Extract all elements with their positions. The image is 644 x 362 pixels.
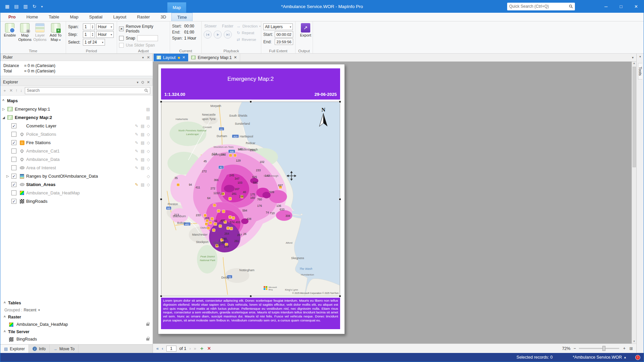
- export-button[interactable]: ↗ Export: [298, 22, 314, 38]
- tree-layer-police-stations[interactable]: Police_Stations✎▤◇: [0, 130, 153, 138]
- tree-map-row-2[interactable]: ◢Emergency Map:2▤: [0, 113, 153, 122]
- tag-icon[interactable]: ◇: [147, 166, 150, 170]
- qat-icon-2[interactable]: ▥: [23, 4, 28, 9]
- zoom-slider[interactable]: [579, 348, 619, 349]
- zoom-in-icon[interactable]: ＋: [622, 346, 627, 351]
- layers-icon[interactable]: ▤: [141, 149, 144, 154]
- tile-item-bingroads[interactable]: BingRoads: [0, 336, 153, 343]
- step-unit-select[interactable]: Hour▾: [96, 31, 114, 38]
- resize-handle[interactable]: [160, 101, 162, 103]
- ribbon-tab-3d[interactable]: 3D: [155, 13, 172, 21]
- delete-page-icon[interactable]: ✕: [207, 346, 211, 351]
- full-extent-end[interactable]: 23:59:56: [275, 39, 293, 45]
- tree-layer-ambulance-data[interactable]: Ambulance_Data✎▤◇: [0, 155, 153, 164]
- notification-badge[interactable]: !: [635, 355, 640, 360]
- pencil-icon[interactable]: ✎: [135, 124, 138, 128]
- layer-visibility-checkbox[interactable]: [11, 165, 16, 170]
- ribbon-tab-map[interactable]: Map: [64, 13, 84, 21]
- remove-empty-checkbox[interactable]: ✕: [119, 26, 124, 31]
- span-unit-select[interactable]: Hour▾: [96, 23, 114, 30]
- tree-map-row-1[interactable]: ▷Emergency Map:1▤: [0, 105, 153, 113]
- snap-row[interactable]: Snap: [119, 35, 168, 41]
- layer-visibility-checkbox[interactable]: [11, 148, 16, 154]
- resize-handle[interactable]: [339, 295, 341, 297]
- grouped-recent[interactable]: Grouped :Recent▼: [0, 307, 153, 313]
- move-down-icon[interactable]: ↓: [20, 88, 22, 93]
- minimize-button[interactable]: ─: [598, 0, 613, 13]
- workspace-status[interactable]: *Ambulance Service.WOR▲: [573, 355, 627, 360]
- resize-handle[interactable]: [250, 295, 252, 297]
- dock-tab-explorer[interactable]: ▤Explorer: [0, 345, 29, 353]
- layers-icon[interactable]: ▤: [141, 157, 144, 162]
- resize-handle[interactable]: [339, 101, 341, 103]
- tree-layer-ranges-by-countofambulance-data[interactable]: ▷✓Ranges by CountOfAmbulance_Data◇: [0, 172, 153, 180]
- tag-icon[interactable]: ◇: [147, 182, 150, 187]
- ruler-close-icon[interactable]: ✕: [147, 55, 150, 60]
- pencil-icon[interactable]: ✎: [135, 140, 138, 145]
- tag-icon[interactable]: ◇: [147, 140, 150, 145]
- tools-tab[interactable]: Tools: [638, 63, 642, 79]
- layer-visibility-checkbox[interactable]: [11, 132, 16, 137]
- tag-icon[interactable]: ◇: [147, 132, 150, 137]
- remove-icon[interactable]: ✕: [9, 88, 13, 93]
- doc-tab-emergency-map-1[interactable]: Emergency Map:1✕: [188, 54, 240, 61]
- maps-section-header[interactable]: ^Maps: [0, 97, 153, 105]
- add-page-icon[interactable]: ＋: [199, 345, 204, 352]
- resize-handle[interactable]: [160, 295, 162, 297]
- layers-icon[interactable]: ▤: [141, 182, 144, 187]
- remove-empty-periods[interactable]: ✕ Remove Empty Periods: [119, 24, 168, 34]
- page-number-box[interactable]: 1: [166, 346, 176, 352]
- tag-icon[interactable]: ◇: [147, 149, 150, 154]
- quick-search-input[interactable]: [509, 4, 569, 9]
- ruler-menu-icon[interactable]: ▾: [142, 56, 144, 59]
- resize-handle[interactable]: [339, 198, 341, 200]
- tile-server-section-header[interactable]: ^Tile Server: [0, 328, 153, 336]
- dock-tab-info[interactable]: iInfo: [29, 345, 50, 353]
- zoom-slider-thumb[interactable]: [602, 346, 605, 351]
- layout-canvas[interactable]: Emergency Map:2 1:1.324.00 29-06-2025: [153, 62, 636, 344]
- tree-layer-station-areas[interactable]: ✓Station_Areas✎▤◇: [0, 180, 153, 189]
- zoom-out-icon[interactable]: −: [574, 346, 576, 351]
- tree-layer-ambulance-data-heatmap[interactable]: Ambulance_Data_HeatMap: [0, 189, 153, 197]
- collapse-icon[interactable]: ▾: [639, 55, 641, 58]
- pencil-icon[interactable]: ✎: [135, 132, 138, 137]
- tag-icon[interactable]: ◇: [147, 124, 150, 128]
- vertical-scrollbar[interactable]: ▲▼: [632, 62, 636, 344]
- maximize-button[interactable]: □: [613, 0, 629, 13]
- quick-search-box[interactable]: [507, 3, 575, 10]
- add-to-map-button[interactable]: Add To Map ▾: [47, 22, 64, 48]
- ribbon-tab-layout[interactable]: Layout: [108, 13, 131, 21]
- tree-layer-cosmetic-layer[interactable]: ✓Cosmetic Layer✎▤◇: [0, 122, 153, 130]
- ribbon-tab-pro[interactable]: Pro: [3, 13, 21, 21]
- pencil-icon[interactable]: ✎: [135, 157, 138, 162]
- raster-item-heatmap[interactable]: Ambulance_Data_HeatMap: [0, 321, 153, 328]
- close-tab-icon[interactable]: ✕: [182, 55, 185, 60]
- layers-icon[interactable]: ▤: [141, 132, 144, 137]
- map-settings-icon[interactable]: ▤: [146, 115, 150, 120]
- selected-records-status[interactable]: Selected records: 0: [517, 355, 553, 360]
- ribbon-tab-spatial[interactable]: Spatial: [84, 13, 108, 21]
- layout-text-block[interactable]: Lorem ipsum dolor sit amet, consectetur …: [161, 298, 340, 329]
- ribbon-tab-time[interactable]: Time: [171, 13, 192, 21]
- dock-tab-move-to[interactable]: →Move To: [50, 345, 78, 353]
- layer-visibility-checkbox[interactable]: ✓: [11, 174, 16, 179]
- first-page-icon[interactable]: «: [156, 346, 159, 351]
- all-layers-select[interactable]: All Layers▾: [263, 23, 293, 30]
- layout-page[interactable]: Emergency Map:2 1:1.324.00 29-06-2025: [158, 64, 345, 334]
- ribbon-tab-table[interactable]: Table: [43, 13, 64, 21]
- doc-tab-overflow-icon[interactable]: ▾: [629, 54, 636, 61]
- tree-layer-fire-stations[interactable]: ✓⌂Fire Stations✎▤◇: [0, 138, 153, 147]
- layout-map-frame[interactable]: A1A19A66A1M6M62M1 MorpethHaltwhistleNewc…: [161, 102, 340, 296]
- pin-icon[interactable]: [141, 80, 144, 84]
- pencil-icon[interactable]: ✎: [135, 182, 138, 187]
- scrollbar-thumb[interactable]: [633, 67, 636, 167]
- raster-section-header[interactable]: ^Raster: [0, 313, 153, 321]
- move-up-icon[interactable]: ↑: [15, 88, 17, 93]
- full-extent-start[interactable]: 00:00:02: [275, 31, 293, 38]
- prev-page-icon[interactable]: ‹: [162, 346, 163, 351]
- tag-icon[interactable]: ◇: [147, 174, 150, 179]
- resize-handle[interactable]: [250, 101, 252, 103]
- map-settings-icon[interactable]: ▤: [146, 107, 150, 112]
- tree-layer-area-of-interest[interactable]: Area of Interest✎▤◇: [0, 164, 153, 172]
- close-tab-icon[interactable]: ✕: [234, 55, 237, 60]
